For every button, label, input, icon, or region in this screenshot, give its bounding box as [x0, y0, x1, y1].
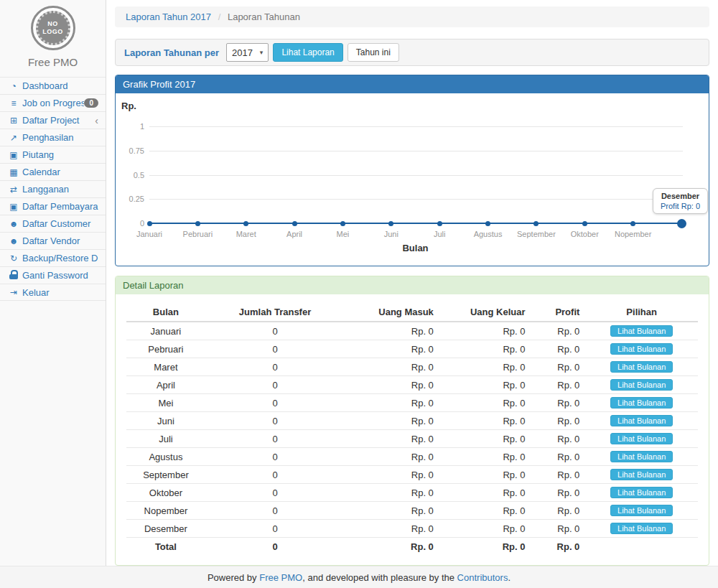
footer-text-middle: , and developed with pleasure by the [302, 572, 454, 583]
view-monthly-button[interactable]: Lihat Bulanan [610, 361, 673, 373]
data-point[interactable] [340, 221, 345, 226]
logo-text-line1: NO [47, 20, 58, 28]
sidebar-item-job-on-progress[interactable]: ≡Job on Progress0 [0, 94, 106, 111]
logo: NO LOGO [0, 0, 106, 50]
sidebar-item-ganti-password[interactable]: Ganti Password [0, 266, 106, 284]
footer: Powered by Free PMO, and developed with … [0, 566, 718, 588]
sidebar-item-daftar-customer[interactable]: ☻Daftar Customer [0, 215, 106, 232]
calendar-icon: ▦ [7, 167, 20, 177]
line-chart-icon: ↗ [7, 133, 20, 143]
data-point[interactable] [437, 221, 442, 226]
view-monthly-button[interactable]: Lihat Bulanan [610, 379, 673, 391]
footer-text-suffix: . [508, 572, 510, 583]
sidebar-item-label: Daftar Vendor [22, 235, 98, 246]
cell-uang-masuk: Rp. 0 [345, 466, 439, 484]
view-monthly-button[interactable]: Lihat Bulanan [610, 325, 673, 337]
breadcrumb-link[interactable]: Laporan Tahun 2017 [126, 11, 211, 22]
table-row-mei: Mei0Rp. 0Rp. 0Rp. 0Lihat Bulanan [126, 394, 698, 412]
sidebar-item-calendar[interactable]: ▦Calendar [0, 163, 106, 180]
profit-line-series [149, 223, 681, 224]
breadcrumb: Laporan Tahun 2017 / Laporan Tahunan [115, 6, 709, 27]
chevron-left-icon: ‹ [95, 116, 98, 126]
cell-pilihan: Lihat Bulanan [585, 322, 698, 340]
view-monthly-button[interactable]: Lihat Bulanan [610, 487, 673, 498]
table-row-januari: Januari0Rp. 0Rp. 0Rp. 0Lihat Bulanan [126, 322, 698, 340]
cell-uang-keluar: Rp. 0 [439, 484, 531, 502]
money-icon: ▣ [7, 202, 20, 212]
sidebar-item-keluar[interactable]: ⇥Keluar [0, 284, 106, 301]
cell-jumlah-transfer: 0 [205, 466, 345, 484]
data-point[interactable] [630, 221, 635, 226]
data-point[interactable] [195, 221, 200, 226]
table-row-maret: Maret0Rp. 0Rp. 0Rp. 0Lihat Bulanan [126, 358, 698, 376]
cell-pilihan: Lihat Bulanan [585, 484, 698, 502]
sidebar-item-daftar-vendor[interactable]: ☻Daftar Vendor [0, 232, 106, 249]
view-monthly-button[interactable]: Lihat Bulanan [610, 451, 673, 462]
cell-uang-masuk: Rp. 0 [345, 484, 439, 502]
view-report-button[interactable]: Lihat Laporan [273, 43, 342, 62]
cell-uang-masuk: Rp. 0 [345, 520, 439, 538]
data-point[interactable] [582, 221, 587, 226]
cell-profit: Rp. 0 [531, 466, 585, 484]
y-axis-tick-label: 0.75 [116, 146, 144, 155]
sidebar-item-langganan[interactable]: ⇄Langganan [0, 180, 106, 197]
table-row-april: April0Rp. 0Rp. 0Rp. 0Lihat Bulanan [126, 376, 698, 394]
sidebar-item-daftar-project[interactable]: ⊞Daftar Project‹ [0, 111, 106, 129]
total-profit: Rp. 0 [531, 538, 585, 556]
data-point[interactable] [533, 221, 538, 226]
cell-bulan: Juli [126, 430, 205, 448]
cell-pilihan: Lihat Bulanan [585, 340, 698, 358]
view-monthly-button[interactable]: Lihat Bulanan [610, 397, 673, 409]
data-point[interactable] [292, 221, 297, 226]
cell-jumlah-transfer: 0 [205, 484, 345, 502]
data-point[interactable] [243, 221, 248, 226]
sidebar-item-dashboard[interactable]: ◔Dashboard [0, 77, 106, 94]
view-monthly-button[interactable]: Lihat Bulanan [610, 415, 673, 426]
cell-profit: Rp. 0 [531, 358, 585, 376]
cell-bulan: Maret [126, 358, 205, 376]
no-logo-badge: NO LOGO [36, 11, 70, 45]
view-monthly-button[interactable]: Lihat Bulanan [610, 433, 673, 444]
data-point[interactable] [388, 221, 393, 226]
y-axis-tick-label: 0 [116, 219, 144, 228]
cell-jumlah-transfer: 0 [205, 376, 345, 394]
cell-bulan: September [126, 466, 205, 484]
footer-link-free-pmo[interactable]: Free PMO [259, 572, 302, 583]
table-row-desember: Desember0Rp. 0Rp. 0Rp. 0Lihat Bulanan [126, 520, 698, 538]
cell-uang-masuk: Rp. 0 [345, 448, 439, 466]
view-monthly-button[interactable]: Lihat Bulanan [610, 505, 673, 516]
table-row-juni: Juni0Rp. 0Rp. 0Rp. 0Lihat Bulanan [126, 412, 698, 430]
sidebar-item-piutang[interactable]: ▣Piutang [0, 146, 106, 163]
footer-link-contributors[interactable]: Contributors [457, 572, 508, 583]
brand-name: Free PMO [0, 50, 106, 77]
data-point[interactable] [147, 221, 152, 226]
users-icon: ☻ [7, 219, 20, 229]
sidebar-item-backup-restore-db[interactable]: ↻Backup/Restore DB [0, 249, 106, 266]
table-row-oktober: Oktober0Rp. 0Rp. 0Rp. 0Lihat Bulanan [126, 484, 698, 502]
this-year-button[interactable]: Tahun ini [348, 43, 399, 62]
data-point-highlighted[interactable] [677, 219, 686, 228]
cell-bulan: Juni [126, 412, 205, 430]
cell-bulan: Desember [126, 520, 205, 538]
view-monthly-button[interactable]: Lihat Bulanan [610, 523, 673, 534]
y-axis-tick-label: 0.5 [116, 171, 144, 179]
sidebar-item-label: Penghasilan [22, 132, 98, 143]
cell-uang-keluar: Rp. 0 [439, 394, 531, 412]
cell-uang-keluar: Rp. 0 [439, 466, 531, 484]
cell-uang-keluar: Rp. 0 [439, 376, 531, 394]
sidebar-item-label: Daftar Pembayaran [22, 201, 98, 212]
data-point[interactable] [485, 221, 490, 226]
header-bulan: Bulan [126, 303, 205, 322]
year-filter-panel: Laporan Tahunan per 2017 ▾ Lihat Laporan… [115, 39, 709, 66]
cell-profit: Rp. 0 [531, 322, 585, 340]
x-axis-tick-label: Nopember [605, 230, 662, 238]
sidebar-item-penghasilan[interactable]: ↗Penghasilan [0, 129, 106, 146]
cell-bulan: Agustus [126, 448, 205, 466]
cell-uang-masuk: Rp. 0 [345, 322, 439, 340]
year-select[interactable]: 2017 ▾ [226, 43, 269, 62]
view-monthly-button[interactable]: Lihat Bulanan [610, 343, 673, 355]
cell-jumlah-transfer: 0 [205, 322, 345, 340]
view-monthly-button[interactable]: Lihat Bulanan [610, 469, 673, 480]
sidebar-item-daftar-pembayaran[interactable]: ▣Daftar Pembayaran [0, 197, 106, 215]
cell-profit: Rp. 0 [531, 484, 585, 502]
